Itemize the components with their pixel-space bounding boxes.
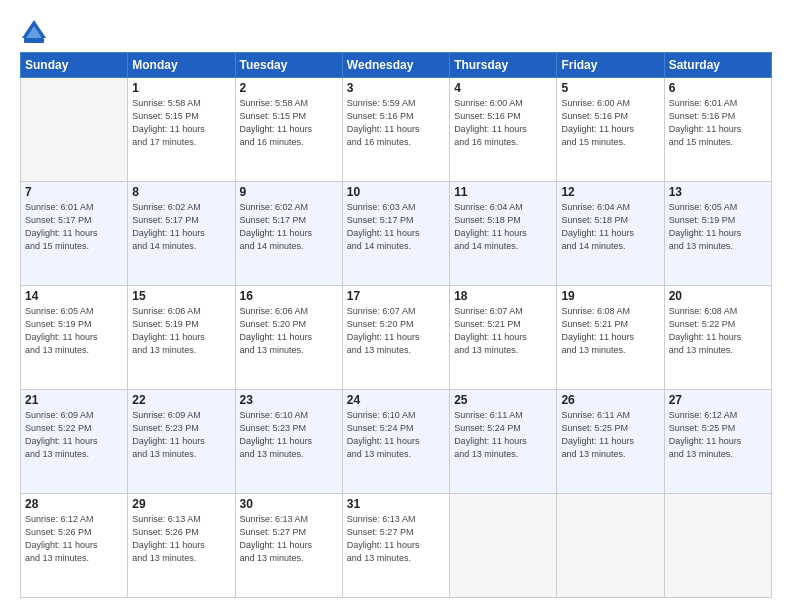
day-number: 22 [132, 393, 230, 407]
day-number: 4 [454, 81, 552, 95]
calendar-day-cell: 14Sunrise: 6:05 AMSunset: 5:19 PMDayligh… [21, 286, 128, 390]
day-number: 11 [454, 185, 552, 199]
calendar-day-cell: 10Sunrise: 6:03 AMSunset: 5:17 PMDayligh… [342, 182, 449, 286]
day-info: Sunrise: 6:00 AMSunset: 5:16 PMDaylight:… [454, 97, 552, 149]
day-info: Sunrise: 5:58 AMSunset: 5:15 PMDaylight:… [132, 97, 230, 149]
calendar-day-cell: 15Sunrise: 6:06 AMSunset: 5:19 PMDayligh… [128, 286, 235, 390]
calendar-day-cell: 23Sunrise: 6:10 AMSunset: 5:23 PMDayligh… [235, 390, 342, 494]
day-info: Sunrise: 6:13 AMSunset: 5:27 PMDaylight:… [347, 513, 445, 565]
day-info: Sunrise: 6:01 AMSunset: 5:16 PMDaylight:… [669, 97, 767, 149]
day-number: 13 [669, 185, 767, 199]
day-info: Sunrise: 6:07 AMSunset: 5:20 PMDaylight:… [347, 305, 445, 357]
day-info: Sunrise: 6:02 AMSunset: 5:17 PMDaylight:… [240, 201, 338, 253]
day-info: Sunrise: 6:09 AMSunset: 5:22 PMDaylight:… [25, 409, 123, 461]
day-info: Sunrise: 6:03 AMSunset: 5:17 PMDaylight:… [347, 201, 445, 253]
day-number: 24 [347, 393, 445, 407]
day-info: Sunrise: 6:09 AMSunset: 5:23 PMDaylight:… [132, 409, 230, 461]
day-info: Sunrise: 5:58 AMSunset: 5:15 PMDaylight:… [240, 97, 338, 149]
day-info: Sunrise: 6:13 AMSunset: 5:26 PMDaylight:… [132, 513, 230, 565]
header [20, 18, 772, 46]
calendar-day-cell: 17Sunrise: 6:07 AMSunset: 5:20 PMDayligh… [342, 286, 449, 390]
day-info: Sunrise: 6:07 AMSunset: 5:21 PMDaylight:… [454, 305, 552, 357]
calendar-week-row: 1Sunrise: 5:58 AMSunset: 5:15 PMDaylight… [21, 78, 772, 182]
calendar-day-cell: 12Sunrise: 6:04 AMSunset: 5:18 PMDayligh… [557, 182, 664, 286]
weekday-header-saturday: Saturday [664, 53, 771, 78]
day-number: 3 [347, 81, 445, 95]
weekday-header-tuesday: Tuesday [235, 53, 342, 78]
weekday-header-sunday: Sunday [21, 53, 128, 78]
calendar-day-cell: 4Sunrise: 6:00 AMSunset: 5:16 PMDaylight… [450, 78, 557, 182]
day-number: 6 [669, 81, 767, 95]
svg-rect-2 [24, 38, 44, 43]
day-info: Sunrise: 6:06 AMSunset: 5:19 PMDaylight:… [132, 305, 230, 357]
calendar-day-cell: 25Sunrise: 6:11 AMSunset: 5:24 PMDayligh… [450, 390, 557, 494]
calendar-day-cell: 11Sunrise: 6:04 AMSunset: 5:18 PMDayligh… [450, 182, 557, 286]
day-info: Sunrise: 6:10 AMSunset: 5:23 PMDaylight:… [240, 409, 338, 461]
weekday-header-monday: Monday [128, 53, 235, 78]
day-number: 29 [132, 497, 230, 511]
day-info: Sunrise: 6:08 AMSunset: 5:22 PMDaylight:… [669, 305, 767, 357]
calendar-day-cell: 22Sunrise: 6:09 AMSunset: 5:23 PMDayligh… [128, 390, 235, 494]
logo [20, 18, 52, 46]
calendar-day-cell: 3Sunrise: 5:59 AMSunset: 5:16 PMDaylight… [342, 78, 449, 182]
calendar-day-cell: 27Sunrise: 6:12 AMSunset: 5:25 PMDayligh… [664, 390, 771, 494]
day-number: 25 [454, 393, 552, 407]
day-number: 15 [132, 289, 230, 303]
calendar-day-cell [664, 494, 771, 598]
calendar-day-cell: 1Sunrise: 5:58 AMSunset: 5:15 PMDaylight… [128, 78, 235, 182]
weekday-header-thursday: Thursday [450, 53, 557, 78]
calendar-day-cell [557, 494, 664, 598]
day-info: Sunrise: 6:02 AMSunset: 5:17 PMDaylight:… [132, 201, 230, 253]
calendar-day-cell: 28Sunrise: 6:12 AMSunset: 5:26 PMDayligh… [21, 494, 128, 598]
day-number: 28 [25, 497, 123, 511]
day-info: Sunrise: 6:12 AMSunset: 5:26 PMDaylight:… [25, 513, 123, 565]
calendar-day-cell: 9Sunrise: 6:02 AMSunset: 5:17 PMDaylight… [235, 182, 342, 286]
day-info: Sunrise: 6:08 AMSunset: 5:21 PMDaylight:… [561, 305, 659, 357]
calendar-week-row: 28Sunrise: 6:12 AMSunset: 5:26 PMDayligh… [21, 494, 772, 598]
calendar-day-cell: 21Sunrise: 6:09 AMSunset: 5:22 PMDayligh… [21, 390, 128, 494]
day-number: 20 [669, 289, 767, 303]
day-info: Sunrise: 6:11 AMSunset: 5:25 PMDaylight:… [561, 409, 659, 461]
calendar-day-cell: 30Sunrise: 6:13 AMSunset: 5:27 PMDayligh… [235, 494, 342, 598]
day-info: Sunrise: 6:04 AMSunset: 5:18 PMDaylight:… [454, 201, 552, 253]
day-info: Sunrise: 6:06 AMSunset: 5:20 PMDaylight:… [240, 305, 338, 357]
day-number: 14 [25, 289, 123, 303]
day-info: Sunrise: 6:04 AMSunset: 5:18 PMDaylight:… [561, 201, 659, 253]
calendar-day-cell: 19Sunrise: 6:08 AMSunset: 5:21 PMDayligh… [557, 286, 664, 390]
calendar-day-cell: 6Sunrise: 6:01 AMSunset: 5:16 PMDaylight… [664, 78, 771, 182]
calendar-day-cell: 29Sunrise: 6:13 AMSunset: 5:26 PMDayligh… [128, 494, 235, 598]
page: SundayMondayTuesdayWednesdayThursdayFrid… [0, 0, 792, 612]
day-info: Sunrise: 6:10 AMSunset: 5:24 PMDaylight:… [347, 409, 445, 461]
weekday-header-row: SundayMondayTuesdayWednesdayThursdayFrid… [21, 53, 772, 78]
day-number: 18 [454, 289, 552, 303]
day-info: Sunrise: 5:59 AMSunset: 5:16 PMDaylight:… [347, 97, 445, 149]
calendar-day-cell: 18Sunrise: 6:07 AMSunset: 5:21 PMDayligh… [450, 286, 557, 390]
day-number: 19 [561, 289, 659, 303]
calendar-day-cell: 20Sunrise: 6:08 AMSunset: 5:22 PMDayligh… [664, 286, 771, 390]
day-number: 30 [240, 497, 338, 511]
day-info: Sunrise: 6:00 AMSunset: 5:16 PMDaylight:… [561, 97, 659, 149]
calendar-day-cell: 5Sunrise: 6:00 AMSunset: 5:16 PMDaylight… [557, 78, 664, 182]
day-number: 26 [561, 393, 659, 407]
day-number: 17 [347, 289, 445, 303]
day-info: Sunrise: 6:05 AMSunset: 5:19 PMDaylight:… [25, 305, 123, 357]
day-info: Sunrise: 6:01 AMSunset: 5:17 PMDaylight:… [25, 201, 123, 253]
calendar-day-cell: 24Sunrise: 6:10 AMSunset: 5:24 PMDayligh… [342, 390, 449, 494]
day-number: 16 [240, 289, 338, 303]
calendar-week-row: 14Sunrise: 6:05 AMSunset: 5:19 PMDayligh… [21, 286, 772, 390]
calendar-day-cell [450, 494, 557, 598]
day-number: 8 [132, 185, 230, 199]
calendar-day-cell: 13Sunrise: 6:05 AMSunset: 5:19 PMDayligh… [664, 182, 771, 286]
day-number: 27 [669, 393, 767, 407]
calendar-day-cell: 26Sunrise: 6:11 AMSunset: 5:25 PMDayligh… [557, 390, 664, 494]
calendar-week-row: 21Sunrise: 6:09 AMSunset: 5:22 PMDayligh… [21, 390, 772, 494]
weekday-header-friday: Friday [557, 53, 664, 78]
weekday-header-wednesday: Wednesday [342, 53, 449, 78]
day-number: 23 [240, 393, 338, 407]
day-info: Sunrise: 6:11 AMSunset: 5:24 PMDaylight:… [454, 409, 552, 461]
day-info: Sunrise: 6:05 AMSunset: 5:19 PMDaylight:… [669, 201, 767, 253]
day-number: 10 [347, 185, 445, 199]
calendar-week-row: 7Sunrise: 6:01 AMSunset: 5:17 PMDaylight… [21, 182, 772, 286]
day-number: 9 [240, 185, 338, 199]
day-number: 31 [347, 497, 445, 511]
